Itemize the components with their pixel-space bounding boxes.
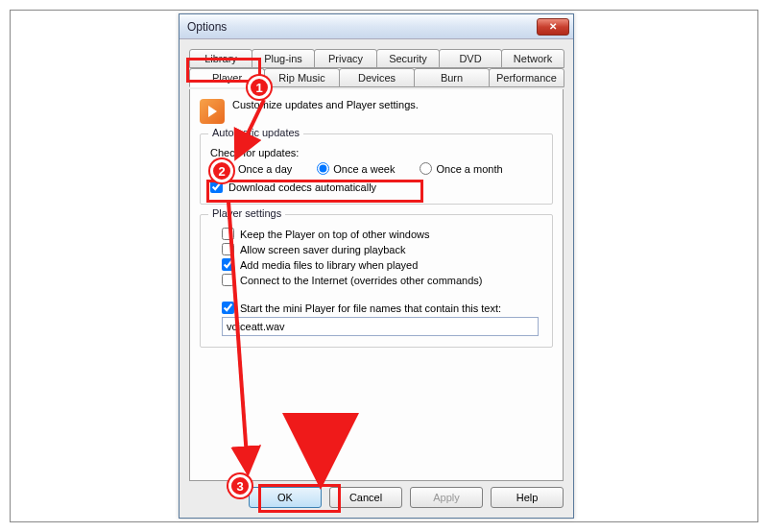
tab-burn[interactable]: Burn — [414, 68, 490, 87]
checkbox-keep-on-top[interactable]: Keep the Player on top of other windows — [222, 228, 542, 240]
radio-once-a-month[interactable]: Once a month — [420, 162, 502, 175]
keep-on-top-label: Keep the Player on top of other windows — [240, 229, 430, 240]
tab-performance[interactable]: Performance — [489, 68, 564, 87]
screensaver-label: Allow screen saver during playback — [240, 244, 405, 255]
mini-player-input[interactable] — [222, 302, 234, 314]
checkbox-mini-player[interactable]: Start the mini Player for file names tha… — [222, 302, 542, 314]
titlebar: Options ✕ — [180, 14, 573, 39]
group-automatic-updates: Automatic updates Check for updates: Onc… — [200, 133, 553, 205]
keep-on-top-input[interactable] — [222, 228, 234, 240]
add-to-library-input[interactable] — [222, 258, 234, 271]
intro-row: Customize updates and Player settings. — [200, 99, 553, 124]
internet-label: Connect to the Internet (overrides other… — [240, 275, 483, 286]
close-button[interactable]: ✕ — [537, 18, 569, 36]
apply-button[interactable]: Apply — [410, 487, 483, 508]
radio-week-label: Once a week — [333, 163, 395, 175]
dialog-buttons: OK Cancel Apply Help — [180, 487, 573, 508]
mini-player-text-row — [222, 317, 542, 336]
checkbox-add-to-library[interactable]: Add media files to library when played — [222, 258, 542, 271]
tab-network[interactable]: Network — [501, 49, 564, 68]
update-frequency-radios: Once a day Once a week Once a month — [222, 162, 542, 175]
ok-button[interactable]: OK — [249, 487, 322, 508]
download-codecs-label: Download codecs automatically — [228, 181, 376, 193]
intro-text: Customize updates and Player settings. — [232, 99, 419, 110]
wmp-icon — [200, 99, 225, 124]
legend-updates: Automatic updates — [208, 127, 303, 138]
radio-week-input[interactable] — [317, 162, 329, 175]
window-title: Options — [187, 20, 537, 34]
tab-library[interactable]: Library — [189, 49, 252, 68]
checkbox-screensaver[interactable]: Allow screen saver during playback — [222, 243, 542, 255]
radio-month-label: Once a month — [436, 163, 502, 175]
screensaver-input[interactable] — [222, 243, 234, 255]
legend-player-settings: Player settings — [208, 207, 285, 219]
cancel-button[interactable]: Cancel — [329, 487, 402, 508]
download-codecs-input[interactable] — [210, 181, 223, 193]
tab-strip: Library Plug-ins Privacy Security DVD Ne… — [189, 49, 564, 87]
add-to-library-label: Add media files to library when played — [240, 259, 418, 271]
mini-player-text-input[interactable] — [222, 317, 539, 336]
close-icon: ✕ — [549, 21, 557, 32]
tab-dvd[interactable]: DVD — [439, 49, 502, 68]
options-dialog: Options ✕ Library Plug-ins Privacy Secur… — [179, 13, 574, 519]
radio-day-label: Once a day — [238, 163, 292, 175]
checkbox-internet[interactable]: Connect to the Internet (overrides other… — [222, 274, 542, 286]
internet-input[interactable] — [222, 274, 234, 286]
radio-month-input[interactable] — [420, 162, 432, 175]
help-button[interactable]: Help — [491, 487, 564, 508]
tab-player[interactable]: Player — [189, 68, 265, 87]
tab-devices[interactable]: Devices — [339, 68, 415, 87]
player-panel: Customize updates and Player settings. A… — [189, 89, 564, 481]
check-updates-label: Check for updates: — [210, 147, 542, 158]
tab-security[interactable]: Security — [376, 49, 440, 68]
tab-rip-music[interactable]: Rip Music — [264, 68, 340, 87]
tab-privacy[interactable]: Privacy — [314, 49, 377, 68]
svg-marker-0 — [208, 106, 217, 117]
tab-plugins[interactable]: Plug-ins — [252, 49, 315, 68]
group-player-settings: Player settings Keep the Player on top o… — [200, 214, 553, 348]
mini-player-label: Start the mini Player for file names tha… — [240, 302, 501, 314]
checkbox-download-codecs[interactable]: Download codecs automatically — [210, 181, 542, 193]
radio-day-input[interactable] — [222, 162, 234, 175]
radio-once-a-week[interactable]: Once a week — [317, 162, 395, 175]
radio-once-a-day[interactable]: Once a day — [222, 162, 292, 175]
